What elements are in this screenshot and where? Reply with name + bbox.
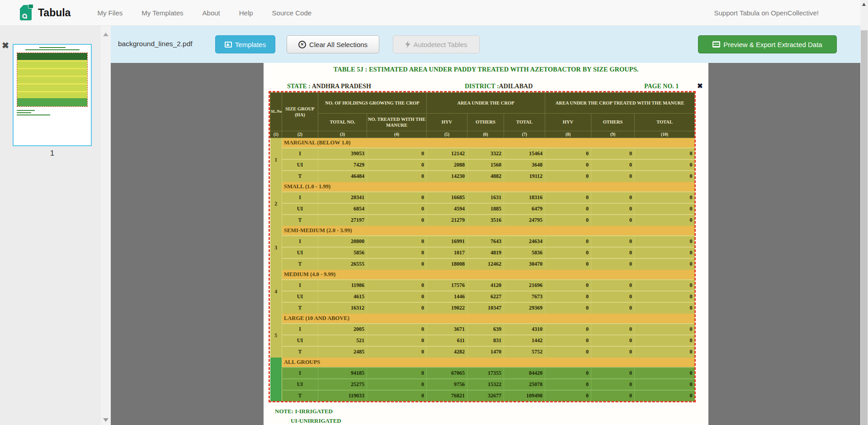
nav-item-help[interactable]: Help bbox=[230, 0, 263, 26]
thumb-table-rows bbox=[17, 60, 87, 98]
support-link[interactable]: Support Tabula on OpenCollective! bbox=[714, 0, 819, 26]
state-label: STATE : bbox=[287, 83, 311, 90]
thumbnail-page-number: 1 bbox=[13, 149, 92, 158]
scroll-up-icon[interactable] bbox=[103, 33, 108, 36]
page-no-line: PAGE NO. 1 bbox=[644, 83, 679, 90]
export-button-label: Preview & Export Extracted Data bbox=[723, 41, 822, 48]
thumb-note-line bbox=[17, 112, 31, 113]
state-value: ANDHRA PRADESH bbox=[312, 83, 371, 90]
page-thumbnails-sidebar: ✖ 1 bbox=[0, 26, 111, 425]
pdf-table-title: TABLE 5J : ESTIMATED AREA UNDER PADDY TR… bbox=[264, 66, 708, 73]
templates-button[interactable]: Templates bbox=[215, 35, 275, 53]
scrollbar-thumb[interactable] bbox=[861, 30, 868, 425]
scroll-down-icon[interactable] bbox=[103, 418, 108, 422]
nav-item-my-templates[interactable]: My Templates bbox=[132, 0, 193, 26]
district-line: DISTRICT :ADILABAD bbox=[465, 83, 533, 90]
table-icon bbox=[712, 41, 720, 48]
template-icon bbox=[225, 42, 232, 48]
thumb-table-header bbox=[17, 53, 87, 60]
thumb-subtitle-line bbox=[25, 49, 80, 50]
pdf-curl-icon bbox=[22, 14, 27, 19]
thumb-note-line bbox=[17, 115, 50, 115]
navbar: Tabula My FilesMy TemplatesAboutHelpSour… bbox=[0, 0, 860, 26]
lightning-icon bbox=[406, 41, 410, 48]
tabula-logo-icon[interactable] bbox=[20, 4, 33, 21]
preview-export-button[interactable]: Preview & Export Extracted Data bbox=[698, 35, 837, 53]
remove-file-icon[interactable]: ✖ bbox=[2, 40, 9, 51]
thumb-table-footer bbox=[17, 98, 87, 106]
pdf-page[interactable]: TABLE 5J : ESTIMATED AREA UNDER PADDY TR… bbox=[264, 63, 708, 425]
district-label: DISTRICT : bbox=[465, 83, 499, 90]
nav-item-about[interactable]: About bbox=[193, 0, 230, 26]
scrollbar-up-icon[interactable] bbox=[862, 3, 866, 6]
state-line: STATE : ANDHRA PRADESH bbox=[287, 83, 371, 90]
page-thumbnail[interactable] bbox=[13, 44, 92, 146]
toolbar: background_lines_2.pdf Templates ✕ Clear… bbox=[111, 26, 860, 63]
tabula-app: Tabula My FilesMy TemplatesAboutHelpSour… bbox=[0, 0, 868, 425]
nav-item-my-files[interactable]: My Files bbox=[88, 0, 132, 26]
sidebar-scrollbar[interactable] bbox=[101, 26, 111, 425]
autodetect-tables-button: Autodetect Tables bbox=[393, 35, 480, 53]
note-line: UI-UNIRRIGATED bbox=[291, 417, 341, 425]
brand-title: Tabula bbox=[38, 7, 71, 19]
circle-x-icon: ✕ bbox=[298, 41, 306, 48]
table-selection-box[interactable] bbox=[269, 91, 696, 402]
open-filename: background_lines_2.pdf bbox=[118, 40, 193, 48]
clear-button-label: Clear All Selections bbox=[309, 41, 368, 48]
thumb-note-line bbox=[17, 110, 35, 111]
nav-menu: My FilesMy TemplatesAboutHelpSource Code bbox=[88, 0, 321, 26]
remove-selection-icon[interactable]: ✖ bbox=[697, 82, 703, 90]
templates-button-label: Templates bbox=[235, 41, 266, 48]
thumb-title-line bbox=[39, 47, 66, 48]
thumb-table-selection bbox=[17, 53, 88, 107]
nav-item-source-code[interactable]: Source Code bbox=[263, 0, 321, 26]
note-line: NOTE: I-IRRIGATED bbox=[275, 408, 333, 415]
clear-all-selections-button[interactable]: ✕ Clear All Selections bbox=[287, 35, 379, 53]
district-value: ADILABAD bbox=[499, 83, 533, 90]
autodetect-button-label: Autodetect Tables bbox=[414, 41, 467, 48]
lock-icon bbox=[28, 4, 33, 9]
pdf-view-area: TABLE 5J : ESTIMATED AREA UNDER PADDY TR… bbox=[111, 63, 860, 425]
browser-scrollbar[interactable] bbox=[860, 0, 868, 425]
